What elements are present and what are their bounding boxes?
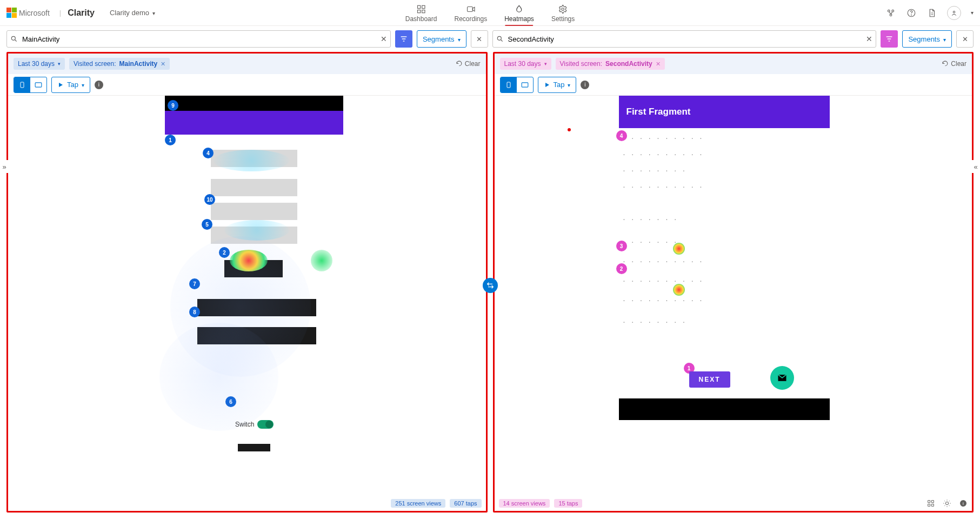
left-tap-mode[interactable]: Tap (51, 77, 90, 93)
mail-fab[interactable] (770, 366, 794, 390)
next-button[interactable]: NEXT (689, 371, 730, 388)
undo-icon (942, 61, 949, 68)
left-segments-button[interactable]: Segments (417, 30, 466, 48)
info-icon[interactable]: i (95, 81, 103, 89)
nav-dashboard[interactable]: Dashboard (404, 2, 438, 26)
right-footer-taps: 15 taps (554, 499, 582, 508)
left-tag-time[interactable]: Last 30 days ▾ (14, 58, 65, 70)
left-tag-time-label: Last 30 days (18, 60, 55, 68)
search-icon (496, 35, 504, 43)
rank-dot-5[interactable]: 5 (202, 219, 212, 230)
right-tap-mode[interactable]: Tap (538, 77, 577, 93)
heatmaps-icon (515, 4, 524, 14)
microsoft-logo: Microsoft (6, 8, 50, 18)
device-mobile[interactable] (501, 77, 517, 92)
help-icon[interactable] (906, 8, 917, 18)
tap-label: Tap (554, 81, 565, 89)
rank-dot-6[interactable]: 6 (225, 396, 236, 407)
rank-dot-10[interactable]: 10 (204, 194, 215, 205)
left-clear-filters[interactable]: Clear (456, 60, 481, 68)
left-footer-views: 251 screen views (391, 499, 445, 508)
chevron-down-icon (568, 81, 570, 89)
svg-point-8 (890, 14, 892, 16)
rank-dot-8[interactable]: 8 (189, 307, 200, 317)
device-tablet[interactable] (517, 77, 533, 92)
rank-dot-2[interactable]: 2 (219, 247, 230, 258)
tap-label: Tap (67, 81, 78, 89)
right-tagbar: Last 30 days ▾ Visited screen: SecondAct… (495, 54, 972, 74)
rank-dot-4[interactable]: 4 (203, 148, 214, 158)
rank-dot-3[interactable]: 3 (616, 241, 627, 251)
microsoft-text: Microsoft (19, 9, 50, 17)
left-tag-visited[interactable]: Visited screen: MainActivity ✕ (69, 58, 170, 70)
right-tag-visited[interactable]: Visited screen: SecondActivity ✕ (556, 58, 665, 70)
svg-rect-0 (417, 5, 420, 8)
right-close-compare[interactable]: ✕ (956, 30, 974, 48)
right-screen-mock: First Fragment . . . . . . . . . . . . .… (619, 96, 830, 328)
right-clear-filters[interactable]: Clear (942, 60, 966, 68)
chevron-down-icon: ▾ (544, 61, 547, 66)
expand-left-chevron[interactable]: » (0, 160, 9, 173)
device-toggle (14, 77, 47, 93)
device-mobile[interactable] (14, 77, 30, 92)
rank-dot-4[interactable]: 4 (616, 130, 627, 141)
clear-label: Clear (951, 60, 966, 68)
compare-area: » « Last 30 days ▾ Visited screen: MainA… (0, 52, 980, 519)
account-menu[interactable] (947, 6, 961, 20)
nav-recordings[interactable]: Recordings (453, 2, 488, 26)
right-search-box[interactable]: ✕ (492, 30, 877, 48)
right-search-input[interactable] (507, 35, 863, 44)
rank-dot-2[interactable]: 2 (616, 263, 627, 274)
chevron-down-icon: ▾ (58, 61, 61, 66)
left-search-box[interactable]: ✕ (6, 30, 391, 48)
share-icon[interactable] (885, 8, 896, 18)
svg-rect-4 (467, 6, 472, 11)
left-search-input[interactable] (21, 35, 377, 44)
close-icon[interactable]: ✕ (161, 61, 165, 68)
switch-toggle[interactable] (257, 420, 274, 429)
rank-dot-1[interactable]: 1 (165, 135, 176, 145)
left-heatmap-canvas[interactable]: Switch 9 1 4 10 5 2 7 8 6 (8, 96, 486, 496)
bottom-bar (619, 398, 830, 420)
svg-point-7 (892, 10, 894, 12)
left-footer: 251 screen views 607 taps (8, 496, 486, 511)
nav-settings[interactable]: Settings (550, 2, 576, 26)
expand-right-chevron[interactable]: « (971, 160, 980, 173)
nav-recordings-label: Recordings (454, 15, 487, 23)
clear-label: Clear (465, 60, 481, 68)
left-filter-button[interactable] (395, 30, 412, 48)
left-tagbar: Last 30 days ▾ Visited screen: MainActiv… (8, 54, 486, 74)
settings-icon (558, 4, 568, 14)
project-picker[interactable]: Clarity demo (110, 9, 155, 17)
left-search-clear[interactable]: ✕ (381, 35, 387, 43)
left-footer-taps: 607 taps (450, 499, 481, 508)
device-tablet[interactable] (30, 77, 46, 92)
document-icon[interactable] (926, 8, 937, 18)
left-close-compare[interactable]: ✕ (471, 30, 488, 48)
svg-rect-1 (422, 5, 425, 8)
svg-point-5 (562, 8, 564, 10)
right-tag-time[interactable]: Last 30 days ▾ (500, 58, 551, 70)
filter-icon (885, 35, 894, 43)
grid-icon[interactable] (926, 499, 935, 508)
swap-panes-button[interactable] (483, 278, 498, 293)
rank-dot-9[interactable]: 9 (168, 100, 178, 111)
svg-rect-2 (417, 10, 420, 12)
right-search-clear[interactable]: ✕ (866, 35, 872, 43)
right-segments-button[interactable]: Segments (902, 30, 952, 48)
right-heatmap-canvas[interactable]: First Fragment . . . . . . . . . . . . .… (495, 96, 972, 496)
right-filter-button[interactable] (881, 30, 898, 48)
left-panel-filters: ✕ Segments (6, 30, 466, 48)
svg-rect-15 (35, 82, 42, 86)
info-icon[interactable]: i (581, 81, 589, 89)
close-icon[interactable]: ✕ (656, 61, 661, 68)
brightness-icon[interactable] (943, 499, 951, 508)
rank-dot-7[interactable]: 7 (189, 278, 200, 289)
left-tag-visited-prefix: Visited screen: (74, 60, 116, 68)
play-icon (544, 82, 550, 88)
header-divider: | (59, 9, 61, 17)
info-icon[interactable]: i (959, 499, 968, 508)
nav-heatmaps[interactable]: Heatmaps (503, 2, 535, 26)
device-toggle (500, 77, 534, 93)
header-actions (885, 6, 974, 20)
